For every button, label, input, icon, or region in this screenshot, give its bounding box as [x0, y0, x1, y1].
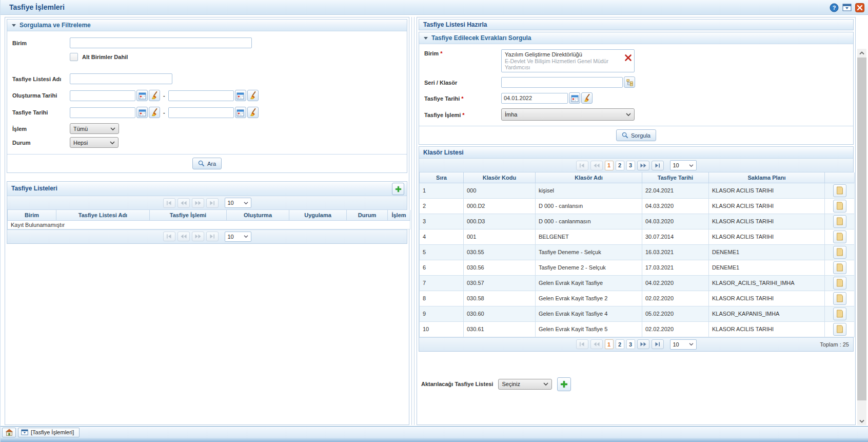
add-tasfiye-listesi-button[interactable]	[392, 183, 404, 195]
sorgulama-filtreleme-header[interactable]: Sorgulama ve Filtreleme	[7, 20, 407, 31]
open-klasor-button[interactable]	[833, 277, 846, 290]
sorgula-button[interactable]: Sorgula	[616, 129, 656, 141]
durum-select[interactable]: Hepsi	[70, 137, 119, 148]
clear-date-button[interactable]	[247, 90, 259, 101]
taskbar: [Tasfiye İşlemleri]	[1, 426, 868, 438]
table-row[interactable]: 5030.55Tasfiye Deneme - Selçuk16.03.2021…	[420, 244, 855, 260]
page-size-select[interactable]: 10	[670, 160, 697, 170]
cell-plan: KLASOR ACILIS TARIHI	[709, 321, 825, 337]
alt-birimler-checkbox[interactable]	[70, 53, 78, 61]
collapse-icon	[12, 24, 16, 27]
column-header[interactable]: Tasfiye Tarihi	[642, 172, 709, 183]
scrollbar-thumb[interactable]	[857, 57, 866, 400]
cell-kod: 030.56	[464, 260, 536, 275]
table-row[interactable]: 10030.61Gelen Evrak Kayit Tasfiye 502.02…	[420, 321, 855, 337]
next-page-button[interactable]	[637, 161, 649, 170]
open-klasor-button[interactable]	[833, 292, 846, 305]
aktarilacak-select[interactable]: Seçiniz	[498, 379, 552, 390]
calendar-button[interactable]	[569, 92, 580, 104]
select-klasor-button[interactable]	[624, 76, 635, 88]
next-page-icon	[640, 163, 646, 168]
scroll-up-button[interactable]	[857, 49, 866, 57]
calendar-button[interactable]	[136, 90, 148, 101]
table-row[interactable]: 4001BELGENET30.07.2014KLASOR ACILIS TARI…	[420, 229, 855, 244]
column-header[interactable]: Oluşturma	[227, 210, 289, 220]
scroll-down-button[interactable]	[857, 417, 866, 425]
open-klasor-button[interactable]	[833, 323, 846, 336]
table-row[interactable]: 1000kişisel22.04.2021KLASOR ACILIS TARIH…	[420, 183, 855, 198]
evrak-sorgula-header[interactable]: Tasfiye Edilecek Evrakları Sorgula	[419, 32, 853, 44]
tasfiye-tarihi-start-input[interactable]	[70, 107, 135, 118]
table-row[interactable]: 7030.57Gelen Evrak Kayit Tasfiye04.02.20…	[420, 275, 855, 291]
taskbar-tab-tasfiye-islemleri[interactable]: [Tasfiye İşlemleri]	[18, 428, 80, 437]
column-header[interactable]: Klasör Adı	[536, 172, 642, 183]
column-header[interactable]	[825, 172, 855, 183]
close-button[interactable]	[855, 3, 864, 12]
cell-kod: 000.D3	[464, 214, 536, 229]
tasfiye-tarihi-input[interactable]	[501, 93, 568, 104]
open-klasor-button[interactable]	[833, 246, 846, 259]
column-header[interactable]: Tasfiye Listesi Adı	[56, 210, 150, 220]
page-number-3[interactable]: 3	[626, 161, 635, 170]
open-klasor-button[interactable]	[833, 230, 846, 243]
calendar-button[interactable]	[235, 107, 246, 118]
column-header[interactable]: Birim	[8, 210, 56, 220]
vertical-scrollbar[interactable]	[857, 49, 866, 425]
table-row[interactable]: 2000.D2D 000 - canlansın04.03.2020KLASOR…	[420, 198, 855, 214]
olusturma-tarihi-end-input[interactable]	[168, 90, 234, 101]
table-row[interactable]: 6030.56Tasfiye Deneme 2 - Selçuk17.03.20…	[420, 260, 855, 275]
birim-input[interactable]	[70, 37, 252, 48]
panel-splitter[interactable]	[411, 17, 415, 425]
column-header[interactable]: Sıra	[420, 172, 464, 183]
last-page-button[interactable]	[652, 161, 664, 170]
olusturma-tarihi-start-input[interactable]	[70, 90, 135, 101]
page-number-2[interactable]: 2	[616, 161, 624, 170]
add-to-tasfiye-listesi-button[interactable]	[557, 377, 571, 391]
last-page-button[interactable]	[652, 339, 664, 349]
open-klasor-button[interactable]	[833, 184, 846, 197]
islem-select[interactable]: Tümü	[70, 123, 119, 134]
seri-klasor-input[interactable]	[501, 77, 623, 88]
clear-date-button[interactable]	[149, 90, 160, 101]
tasfiye-tarihi-end-input[interactable]	[168, 107, 234, 118]
empty-row-text: Kayıt Bulunamamıştır	[8, 220, 410, 229]
page-size-select[interactable]: 10	[225, 198, 251, 208]
next-page-button[interactable]	[637, 339, 649, 349]
birim-value-field[interactable]: Yazılım Geliştirme Direktörlüğü E-Devlet…	[501, 49, 635, 72]
column-header[interactable]: Saklama Planı	[709, 172, 825, 183]
klasor-listesi-panel: Klasör Listesi 1 2 3 10	[419, 146, 854, 352]
page-size-select[interactable]: 10	[670, 339, 697, 350]
clear-date-button[interactable]	[581, 92, 593, 104]
home-button[interactable]	[2, 428, 16, 437]
column-header[interactable]: Klasör Kodu	[464, 172, 536, 183]
column-header[interactable]: İşlem	[388, 210, 410, 220]
table-row[interactable]: 9030.60Gelen Evrak Kayit Tasfiye 405.02.…	[420, 306, 855, 321]
column-header[interactable]: Uygulama	[289, 210, 347, 220]
page-number-3[interactable]: 3	[626, 339, 635, 349]
clear-birim-button[interactable]	[624, 54, 632, 63]
minimize-button[interactable]	[842, 3, 852, 12]
open-klasor-button[interactable]	[833, 308, 846, 320]
prev-page-icon	[594, 342, 600, 347]
open-klasor-button[interactable]	[833, 215, 846, 228]
cell-sira: 3	[420, 214, 464, 229]
cell-sira: 8	[420, 291, 464, 306]
open-klasor-button[interactable]	[833, 261, 846, 274]
calendar-button[interactable]	[136, 107, 148, 118]
next-page-button	[192, 232, 204, 241]
ara-button[interactable]: Ara	[192, 158, 222, 169]
page-number-2[interactable]: 2	[616, 339, 624, 349]
help-button[interactable]: ?	[829, 3, 839, 12]
clear-date-button[interactable]	[247, 107, 259, 118]
column-header[interactable]: Tasfiye İşlemi	[150, 210, 227, 220]
open-klasor-button[interactable]	[833, 200, 846, 213]
tasfiye-islemi-select[interactable]: İmha	[501, 108, 635, 121]
page-size-select[interactable]: 10	[225, 232, 251, 242]
table-row[interactable]: 3000.D3D 000 - canlanmasın04.03.2020KLAS…	[420, 214, 855, 229]
table-row[interactable]: 8030.58Gelen Evrak Kayit Tasfiye 202.02.…	[420, 291, 855, 306]
column-header[interactable]: Durum	[347, 210, 388, 220]
clear-date-button[interactable]	[149, 107, 160, 118]
prev-page-button	[590, 339, 603, 349]
tasfiye-listesi-adi-input[interactable]	[70, 73, 172, 84]
calendar-button[interactable]	[235, 90, 246, 101]
